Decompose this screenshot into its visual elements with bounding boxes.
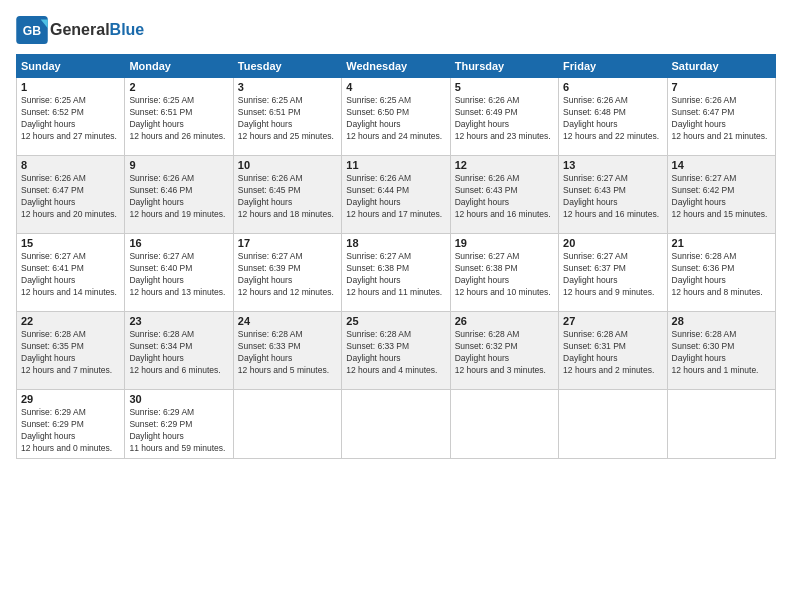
day-info: Sunrise: 6:28 AM Sunset: 6:35 PM Dayligh… xyxy=(21,329,120,377)
day-number: 5 xyxy=(455,81,554,93)
day-number: 20 xyxy=(563,237,662,249)
calendar-week-5: 29 Sunrise: 6:29 AM Sunset: 6:29 PM Dayl… xyxy=(17,390,776,459)
calendar-cell: 12 Sunrise: 6:26 AM Sunset: 6:43 PM Dayl… xyxy=(450,156,558,234)
calendar-cell: 16 Sunrise: 6:27 AM Sunset: 6:40 PM Dayl… xyxy=(125,234,233,312)
calendar-cell: 9 Sunrise: 6:26 AM Sunset: 6:46 PM Dayli… xyxy=(125,156,233,234)
logo-text: GeneralBlue xyxy=(50,21,144,39)
calendar-page: GB GeneralBlue SundayMondayTuesdayWednes… xyxy=(0,0,792,612)
day-number: 29 xyxy=(21,393,120,405)
day-number: 25 xyxy=(346,315,445,327)
day-info: Sunrise: 6:25 AM Sunset: 6:51 PM Dayligh… xyxy=(129,95,228,143)
day-number: 19 xyxy=(455,237,554,249)
day-number: 27 xyxy=(563,315,662,327)
weekday-header-tuesday: Tuesday xyxy=(233,55,341,78)
calendar-cell: 14 Sunrise: 6:27 AM Sunset: 6:42 PM Dayl… xyxy=(667,156,775,234)
calendar-week-2: 8 Sunrise: 6:26 AM Sunset: 6:47 PM Dayli… xyxy=(17,156,776,234)
day-info: Sunrise: 6:25 AM Sunset: 6:50 PM Dayligh… xyxy=(346,95,445,143)
calendar-cell: 7 Sunrise: 6:26 AM Sunset: 6:47 PM Dayli… xyxy=(667,78,775,156)
day-info: Sunrise: 6:29 AM Sunset: 6:29 PM Dayligh… xyxy=(129,407,228,455)
calendar-cell: 25 Sunrise: 6:28 AM Sunset: 6:33 PM Dayl… xyxy=(342,312,450,390)
calendar-cell xyxy=(233,390,341,459)
calendar-cell: 18 Sunrise: 6:27 AM Sunset: 6:38 PM Dayl… xyxy=(342,234,450,312)
day-number: 23 xyxy=(129,315,228,327)
weekday-header-wednesday: Wednesday xyxy=(342,55,450,78)
calendar-cell xyxy=(559,390,667,459)
calendar-cell: 6 Sunrise: 6:26 AM Sunset: 6:48 PM Dayli… xyxy=(559,78,667,156)
logo-icon: GB xyxy=(16,16,48,44)
day-info: Sunrise: 6:27 AM Sunset: 6:38 PM Dayligh… xyxy=(346,251,445,299)
day-info: Sunrise: 6:27 AM Sunset: 6:41 PM Dayligh… xyxy=(21,251,120,299)
calendar-cell: 11 Sunrise: 6:26 AM Sunset: 6:44 PM Dayl… xyxy=(342,156,450,234)
day-number: 14 xyxy=(672,159,771,171)
calendar-table: SundayMondayTuesdayWednesdayThursdayFrid… xyxy=(16,54,776,459)
day-info: Sunrise: 6:28 AM Sunset: 6:30 PM Dayligh… xyxy=(672,329,771,377)
day-info: Sunrise: 6:27 AM Sunset: 6:38 PM Dayligh… xyxy=(455,251,554,299)
day-number: 11 xyxy=(346,159,445,171)
calendar-cell: 17 Sunrise: 6:27 AM Sunset: 6:39 PM Dayl… xyxy=(233,234,341,312)
day-info: Sunrise: 6:26 AM Sunset: 6:43 PM Dayligh… xyxy=(455,173,554,221)
day-number: 26 xyxy=(455,315,554,327)
header: GB GeneralBlue xyxy=(16,16,776,44)
day-number: 9 xyxy=(129,159,228,171)
day-info: Sunrise: 6:29 AM Sunset: 6:29 PM Dayligh… xyxy=(21,407,120,455)
svg-text:GB: GB xyxy=(23,24,42,38)
weekday-header-row: SundayMondayTuesdayWednesdayThursdayFrid… xyxy=(17,55,776,78)
day-number: 17 xyxy=(238,237,337,249)
day-info: Sunrise: 6:27 AM Sunset: 6:43 PM Dayligh… xyxy=(563,173,662,221)
day-info: Sunrise: 6:27 AM Sunset: 6:40 PM Dayligh… xyxy=(129,251,228,299)
logo: GB GeneralBlue xyxy=(16,16,144,44)
calendar-cell: 23 Sunrise: 6:28 AM Sunset: 6:34 PM Dayl… xyxy=(125,312,233,390)
calendar-cell: 29 Sunrise: 6:29 AM Sunset: 6:29 PM Dayl… xyxy=(17,390,125,459)
calendar-cell: 21 Sunrise: 6:28 AM Sunset: 6:36 PM Dayl… xyxy=(667,234,775,312)
day-number: 4 xyxy=(346,81,445,93)
day-info: Sunrise: 6:28 AM Sunset: 6:31 PM Dayligh… xyxy=(563,329,662,377)
day-number: 1 xyxy=(21,81,120,93)
day-info: Sunrise: 6:26 AM Sunset: 6:46 PM Dayligh… xyxy=(129,173,228,221)
calendar-cell: 27 Sunrise: 6:28 AM Sunset: 6:31 PM Dayl… xyxy=(559,312,667,390)
day-number: 7 xyxy=(672,81,771,93)
calendar-cell: 28 Sunrise: 6:28 AM Sunset: 6:30 PM Dayl… xyxy=(667,312,775,390)
day-info: Sunrise: 6:25 AM Sunset: 6:52 PM Dayligh… xyxy=(21,95,120,143)
day-number: 8 xyxy=(21,159,120,171)
day-info: Sunrise: 6:25 AM Sunset: 6:51 PM Dayligh… xyxy=(238,95,337,143)
calendar-cell: 3 Sunrise: 6:25 AM Sunset: 6:51 PM Dayli… xyxy=(233,78,341,156)
calendar-week-1: 1 Sunrise: 6:25 AM Sunset: 6:52 PM Dayli… xyxy=(17,78,776,156)
day-number: 15 xyxy=(21,237,120,249)
day-number: 28 xyxy=(672,315,771,327)
calendar-cell: 1 Sunrise: 6:25 AM Sunset: 6:52 PM Dayli… xyxy=(17,78,125,156)
weekday-header-thursday: Thursday xyxy=(450,55,558,78)
calendar-cell: 26 Sunrise: 6:28 AM Sunset: 6:32 PM Dayl… xyxy=(450,312,558,390)
calendar-cell: 2 Sunrise: 6:25 AM Sunset: 6:51 PM Dayli… xyxy=(125,78,233,156)
day-number: 24 xyxy=(238,315,337,327)
calendar-cell: 8 Sunrise: 6:26 AM Sunset: 6:47 PM Dayli… xyxy=(17,156,125,234)
day-number: 2 xyxy=(129,81,228,93)
day-info: Sunrise: 6:28 AM Sunset: 6:33 PM Dayligh… xyxy=(346,329,445,377)
day-info: Sunrise: 6:27 AM Sunset: 6:37 PM Dayligh… xyxy=(563,251,662,299)
day-number: 13 xyxy=(563,159,662,171)
calendar-cell: 24 Sunrise: 6:28 AM Sunset: 6:33 PM Dayl… xyxy=(233,312,341,390)
day-number: 10 xyxy=(238,159,337,171)
day-info: Sunrise: 6:26 AM Sunset: 6:44 PM Dayligh… xyxy=(346,173,445,221)
day-number: 16 xyxy=(129,237,228,249)
day-info: Sunrise: 6:28 AM Sunset: 6:36 PM Dayligh… xyxy=(672,251,771,299)
day-number: 18 xyxy=(346,237,445,249)
day-info: Sunrise: 6:26 AM Sunset: 6:48 PM Dayligh… xyxy=(563,95,662,143)
calendar-cell: 20 Sunrise: 6:27 AM Sunset: 6:37 PM Dayl… xyxy=(559,234,667,312)
calendar-week-3: 15 Sunrise: 6:27 AM Sunset: 6:41 PM Dayl… xyxy=(17,234,776,312)
day-number: 12 xyxy=(455,159,554,171)
weekday-header-saturday: Saturday xyxy=(667,55,775,78)
day-info: Sunrise: 6:26 AM Sunset: 6:45 PM Dayligh… xyxy=(238,173,337,221)
day-info: Sunrise: 6:28 AM Sunset: 6:34 PM Dayligh… xyxy=(129,329,228,377)
calendar-cell xyxy=(450,390,558,459)
day-info: Sunrise: 6:28 AM Sunset: 6:32 PM Dayligh… xyxy=(455,329,554,377)
calendar-cell xyxy=(342,390,450,459)
calendar-cell: 13 Sunrise: 6:27 AM Sunset: 6:43 PM Dayl… xyxy=(559,156,667,234)
weekday-header-friday: Friday xyxy=(559,55,667,78)
day-number: 3 xyxy=(238,81,337,93)
calendar-cell: 15 Sunrise: 6:27 AM Sunset: 6:41 PM Dayl… xyxy=(17,234,125,312)
calendar-cell: 10 Sunrise: 6:26 AM Sunset: 6:45 PM Dayl… xyxy=(233,156,341,234)
day-info: Sunrise: 6:26 AM Sunset: 6:47 PM Dayligh… xyxy=(672,95,771,143)
calendar-cell: 30 Sunrise: 6:29 AM Sunset: 6:29 PM Dayl… xyxy=(125,390,233,459)
calendar-cell: 19 Sunrise: 6:27 AM Sunset: 6:38 PM Dayl… xyxy=(450,234,558,312)
calendar-cell: 22 Sunrise: 6:28 AM Sunset: 6:35 PM Dayl… xyxy=(17,312,125,390)
